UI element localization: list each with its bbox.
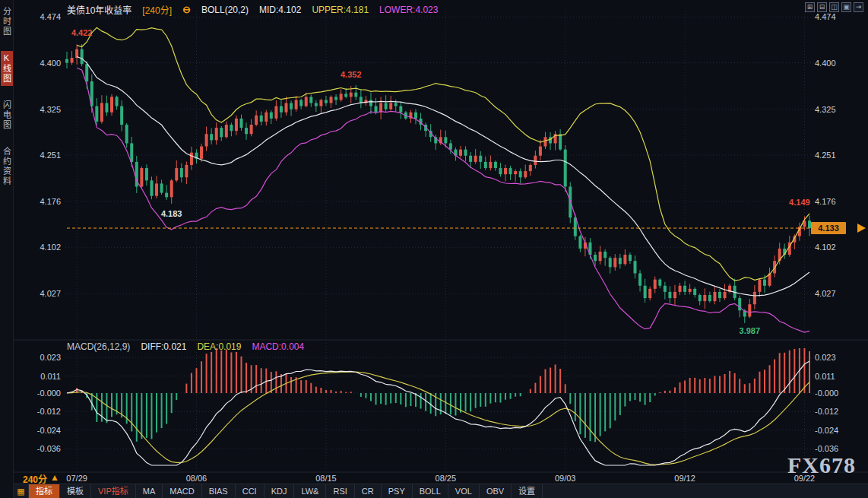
- collapse-indicator-icon[interactable]: ⊖: [182, 4, 191, 15]
- svg-text:4.251: 4.251: [815, 151, 836, 160]
- latest-price-arrow-icon[interactable]: [857, 224, 866, 233]
- svg-text:-0.000: -0.000: [37, 389, 61, 398]
- macd-macd-value: MACD:0.004: [252, 341, 304, 352]
- left-sidebar: 分时图 K线图 闪电图 合约资料: [0, 0, 14, 498]
- gridlines: [65, 11, 814, 469]
- svg-text:4.027: 4.027: [40, 289, 61, 298]
- svg-text:0.011: 0.011: [815, 372, 835, 381]
- toolbar-item[interactable]: RSI: [326, 484, 354, 498]
- toolbar-item[interactable]: MA: [136, 484, 163, 498]
- toolbar-item[interactable]: CCI: [236, 484, 265, 498]
- date-label: 09/03: [555, 474, 576, 483]
- date-label: 08/06: [186, 474, 207, 483]
- price-annotation: 4.352: [341, 70, 362, 79]
- svg-text:4.176: 4.176: [40, 197, 61, 206]
- window-controls: ⊞⊟◫▣⇥: [805, 2, 863, 12]
- svg-text:4.102: 4.102: [40, 243, 61, 252]
- boll-upper-value: UPPER:4.181: [312, 5, 369, 15]
- toolbar-item[interactable]: VOL: [448, 484, 480, 498]
- period-tag[interactable]: [240分]: [142, 3, 172, 16]
- sidebar-item-flash-chart[interactable]: 闪电图: [1, 98, 13, 132]
- price-annotation: 4.183: [161, 209, 182, 218]
- svg-text:-0.024: -0.024: [37, 426, 61, 435]
- svg-text:4.133: 4.133: [818, 224, 839, 233]
- svg-text:4.027: 4.027: [815, 289, 836, 298]
- price-chart[interactable]: 4.1334.4224.3524.1834.1493.9874.4744.474…: [0, 0, 868, 498]
- svg-text:0.023: 0.023: [40, 353, 61, 362]
- macd-panel: 0.0230.0230.0110.011-0.000-0.000-0.012-0…: [37, 348, 838, 465]
- price-annotation: 4.422: [71, 28, 93, 37]
- svg-text:0.023: 0.023: [815, 353, 836, 362]
- toolbar-item[interactable]: LW&: [294, 484, 326, 498]
- candles: [65, 44, 811, 323]
- macd-diff-value: DIFF:0.021: [141, 341, 186, 352]
- toolbar-item[interactable]: PSY: [382, 484, 413, 498]
- svg-text:4.325: 4.325: [40, 105, 61, 114]
- svg-text:0.011: 0.011: [40, 372, 61, 381]
- instrument-title: 美债10年收益率: [67, 3, 131, 16]
- toolbar-item[interactable]: 设置: [512, 484, 543, 498]
- boll-lower-value: LOWER:4.023: [379, 5, 438, 15]
- date-axis-labels: 07/2908/0608/1508/2509/0309/1209/22: [66, 474, 815, 483]
- toolbar-item[interactable]: 指标: [29, 484, 60, 498]
- dea-line: [67, 372, 809, 465]
- expand-panel-icon[interactable]: ⇥: [854, 2, 863, 12]
- sidebar-item-time-chart[interactable]: 分时图: [1, 5, 13, 39]
- svg-text:4.400: 4.400: [815, 59, 836, 68]
- boll-lower-line: [77, 68, 809, 332]
- date-label: 07/29: [66, 474, 87, 483]
- cascade-panels-icon[interactable]: ▣: [841, 2, 851, 12]
- date-label: 08/15: [315, 474, 337, 483]
- macd-histogram: [72, 348, 809, 442]
- macd-label: MACD(26,12,9): [67, 341, 130, 352]
- toolbar-item[interactable]: BIAS: [202, 484, 236, 498]
- toolbar-item[interactable]: KDJ: [265, 484, 295, 498]
- toolbar-menu-icon[interactable]: ▦: [14, 484, 29, 498]
- bottom-toolbar: ▦指标模板VIP指标MAMACDBIASCCIKDJLW&RSICRPSYBOL…: [14, 484, 868, 498]
- date-label: 08/25: [436, 474, 457, 483]
- svg-text:-0.024: -0.024: [815, 426, 838, 435]
- svg-text:-0.036: -0.036: [37, 444, 61, 453]
- svg-text:-0.012: -0.012: [37, 407, 61, 416]
- date-label: 09/12: [674, 474, 695, 483]
- sidebar-item-contract-info[interactable]: 合约资料: [1, 144, 13, 189]
- toolbar-item[interactable]: MACD: [163, 484, 201, 498]
- toolbar-item[interactable]: OBV: [480, 484, 512, 498]
- toolbar-item[interactable]: VIP指标: [91, 484, 136, 498]
- svg-text:4.176: 4.176: [815, 197, 836, 206]
- svg-text:4.474: 4.474: [40, 12, 61, 21]
- svg-text:4.474: 4.474: [815, 12, 836, 21]
- svg-text:-0.000: -0.000: [815, 389, 838, 398]
- trading-app-window: 分时图 K线图 闪电图 合约资料 4.1334.4224.3524.1834.1…: [0, 0, 868, 498]
- sidebar-item-kline-chart[interactable]: K线图: [1, 51, 13, 86]
- toolbar-item[interactable]: BOLL: [413, 484, 448, 498]
- new-panel-icon[interactable]: ⊞: [805, 2, 815, 12]
- price-annotation: 4.149: [789, 198, 810, 207]
- boll-mid-value: MID:4.102: [259, 5, 301, 15]
- svg-text:4.325: 4.325: [815, 105, 836, 114]
- last-price-line: 4.133: [67, 222, 866, 234]
- toolbar-item[interactable]: 模板: [60, 484, 91, 498]
- toolbar-item[interactable]: CR: [355, 484, 382, 498]
- diff-line: [67, 361, 809, 465]
- tile-panels-icon[interactable]: ⊟: [817, 2, 827, 12]
- chart-header: 美债10年收益率 [240分] ⊖ BOLL(20,2) MID:4.102 U…: [67, 3, 438, 16]
- split-panel-icon[interactable]: ◫: [829, 2, 839, 12]
- svg-text:4.102: 4.102: [815, 243, 836, 252]
- price-annotation: 3.987: [740, 326, 761, 335]
- price-annotations: 4.4224.3524.1834.1493.987: [71, 28, 810, 336]
- svg-text:4.400: 4.400: [40, 59, 61, 68]
- svg-text:-0.012: -0.012: [815, 407, 838, 416]
- boll-label: BOLL(20,2): [201, 5, 249, 15]
- svg-text:4.251: 4.251: [40, 151, 61, 160]
- macd-header: MACD(26,12,9) DIFF:0.021 DEA:0.019 MACD:…: [67, 341, 304, 352]
- watermark: FX678: [787, 452, 856, 478]
- macd-dea-value: DEA:0.019: [197, 341, 241, 352]
